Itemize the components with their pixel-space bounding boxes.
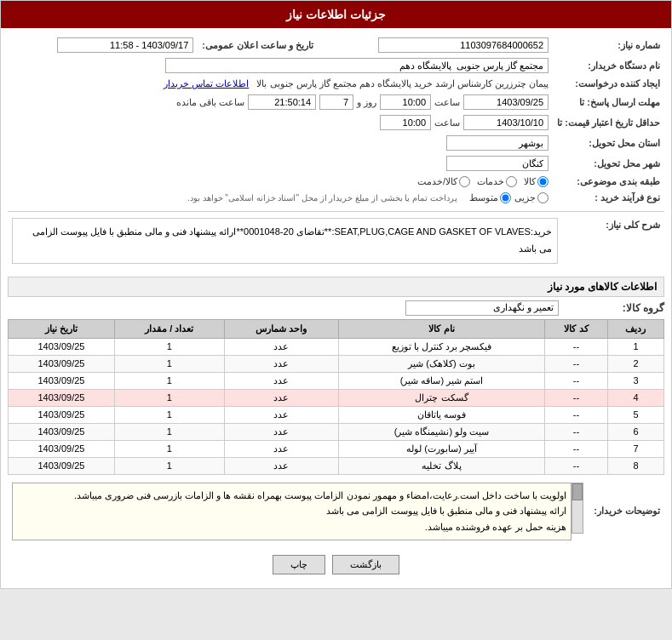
group-kala-input[interactable] xyxy=(405,300,559,316)
radio-kala[interactable] xyxy=(537,176,549,187)
table-cell: 1 xyxy=(114,423,224,440)
mohlet-date-input[interactable] xyxy=(463,94,549,110)
sharh-text: خرید:SEAT,PLUG,CAGE AND GASKET OF VLAVES… xyxy=(32,226,552,254)
saat-label: ساعت xyxy=(434,97,460,108)
ostan-label: استان محل تحویل: xyxy=(553,133,664,153)
table-cell: -- xyxy=(545,406,608,423)
table-row: 5--فوسه یاتاقانعدد11403/09/25 xyxy=(9,406,664,423)
back-button[interactable]: بازگشت xyxy=(332,555,399,574)
table-cell: 4 xyxy=(607,389,663,406)
radio-jozi-label: جزیی xyxy=(514,192,536,203)
items-section-title: اطلاعات کالاهای مورد نیاز xyxy=(8,277,664,297)
row-shomara: شماره نیاز: تاریخ و ساعت اعلان عمومی: xyxy=(8,35,664,55)
main-container: جزئیات اطلاعات نیاز شماره نیاز: تاریخ و … xyxy=(0,0,672,589)
hadaghal-time-input[interactable] xyxy=(380,115,431,130)
table-cell: عدد xyxy=(224,406,338,423)
table-row: 2--بوت (کلاهک) شیرعدد11403/09/25 xyxy=(9,355,664,372)
col-vahed: واحد شمارس xyxy=(224,319,338,338)
row-mohlet: مهلت ارسال پاسخ: تا ساعت روز و ساعت باقی… xyxy=(8,92,664,112)
table-cell: 1 xyxy=(114,406,224,423)
remain-label: ساعت باقی مانده xyxy=(176,97,244,108)
table-cell: 1 xyxy=(114,355,224,372)
noe-value: جزیی متوسط پرداخت تمام یا بخشی از مبلغ خ… xyxy=(8,190,553,206)
shomara-input[interactable] xyxy=(378,37,549,53)
radio-kala-label: کالا xyxy=(524,176,536,187)
row-shahr: شهر محل تحویل: xyxy=(8,153,664,174)
hadaghal-date-input[interactable] xyxy=(463,115,549,130)
table-cell: -- xyxy=(545,389,608,406)
radio-khadamat[interactable] xyxy=(506,176,517,187)
radio-kala-khadamat[interactable] xyxy=(459,176,470,187)
table-cell: عدد xyxy=(224,423,338,440)
scroll-thumb xyxy=(572,483,583,500)
ijad-value: پیمان چترزرین کارشناس ارشد خرید پالایشگا… xyxy=(8,76,553,92)
ijad-label: ایجاد کننده درخواست: xyxy=(553,76,664,92)
table-cell: بوت (کلاهک) شیر xyxy=(338,355,544,372)
mohlet-day-input[interactable] xyxy=(319,94,353,110)
radio-jozi-item: جزیی xyxy=(514,192,549,203)
row-ostan: استان محل تحویل: xyxy=(8,133,664,153)
row-ijad: ایجاد کننده درخواست: پیمان چترزرین کارشن… xyxy=(8,76,664,92)
shahr-input[interactable] xyxy=(446,156,549,171)
group-kala-row: گروه کالا: xyxy=(8,300,664,316)
mohlet-label: مهلت ارسال پاسخ: تا xyxy=(553,92,664,112)
notes-label: توضیحات خریدار: xyxy=(588,480,664,543)
table-cell: عدد xyxy=(224,355,338,372)
hadaghal-value: ساعت xyxy=(8,112,553,133)
table-cell: 1403/09/25 xyxy=(9,406,115,423)
col-radif: ردیف xyxy=(607,319,663,338)
table-cell: سیت ولو (نشیمنگاه شیر) xyxy=(338,423,544,440)
ijad-text: پیمان چترزرین کارشناس ارشد خرید پالایشگا… xyxy=(256,78,549,89)
print-button[interactable]: چاپ xyxy=(273,555,325,574)
info-table: شماره نیاز: تاریخ و ساعت اعلان عمومی: نا… xyxy=(8,35,664,206)
nam-dastgah-input[interactable] xyxy=(165,58,549,73)
table-cell: 1 xyxy=(114,440,224,457)
radio-khadamat-item: خدمات xyxy=(477,176,517,187)
tabaghe-value: کالا خدمات کالا/خدمت xyxy=(8,174,553,190)
table-cell: فوسه یاتاقان xyxy=(338,406,544,423)
radio-motavaset-item: متوسط xyxy=(469,192,511,203)
table-cell: پلاگ تخلیه xyxy=(338,457,544,474)
table-cell: 5 xyxy=(607,406,663,423)
notes-content: اولویت با ساخت داخل است.رعایت،امضاء و مه… xyxy=(8,480,588,543)
hadaghal-label: حداقل تاریخ اعتبار قیمت: تا xyxy=(553,112,664,133)
noe-note: پرداخت تمام یا بخشی از مبلغ خریدار از مح… xyxy=(187,193,457,203)
col-tarikh: تاریخ نیاز xyxy=(9,319,115,338)
table-cell: 7 xyxy=(607,440,663,457)
content-area: شماره نیاز: تاریخ و ساعت اعلان عمومی: نا… xyxy=(1,28,671,588)
notes-scrollbar[interactable] xyxy=(571,483,583,534)
col-tedad: تعداد / مقدار xyxy=(114,319,224,338)
table-cell: آییر (سابورت) لوله xyxy=(338,440,544,457)
radio-kala-khadamat-item: کالا/خدمت xyxy=(417,176,470,187)
ostan-input[interactable] xyxy=(446,135,549,151)
ostan-value xyxy=(8,133,553,153)
mohlet-value: ساعت روز و ساعت باقی مانده xyxy=(8,92,553,112)
radio-motavaset[interactable] xyxy=(500,192,511,203)
table-cell: 1 xyxy=(114,457,224,474)
sharh-box: خرید:SEAT,PLUG,CAGE AND GASKET OF VLAVES… xyxy=(12,218,558,264)
row-hadaghal: حداقل تاریخ اعتبار قیمت: تا ساعت xyxy=(8,112,664,133)
divider-1 xyxy=(8,211,664,212)
table-cell: 1 xyxy=(114,372,224,389)
notes-line-3: هزینه حمل بر عهده فروشنده میباشد. xyxy=(425,522,566,532)
shomara-label: شماره نیاز: xyxy=(553,35,664,55)
radio-khadamat-label: خدمات xyxy=(477,176,504,187)
table-row: 7--آییر (سابورت) لولهعدد11403/09/25 xyxy=(9,440,664,457)
radio-kala-khadamat-label: کالا/خدمت xyxy=(417,176,457,187)
table-cell: گسکت چترال xyxy=(338,389,544,406)
tabaghe-label: طبقه بندی موضوعی: xyxy=(553,174,664,190)
table-cell: عدد xyxy=(224,457,338,474)
table-cell: 1403/09/25 xyxy=(9,338,115,355)
tarikh-input[interactable] xyxy=(57,37,193,53)
ijad-link[interactable]: اطلاعات تماس خریدار xyxy=(164,78,249,89)
mohlet-remain-input[interactable] xyxy=(248,94,316,110)
row-tabaghe: طبقه بندی موضوعی: کالا خدمات xyxy=(8,174,664,190)
tarikh-value xyxy=(8,35,198,55)
mohlet-time-input[interactable] xyxy=(380,94,431,110)
radio-jozi[interactable] xyxy=(537,192,549,203)
table-cell: 1403/09/25 xyxy=(9,457,115,474)
items-table: ردیف کد کالا نام کالا واحد شمارس تعداد /… xyxy=(8,319,664,475)
group-kala-label: گروه کالا: xyxy=(562,302,664,314)
items-header-row: ردیف کد کالا نام کالا واحد شمارس تعداد /… xyxy=(9,319,664,338)
table-cell: 6 xyxy=(607,423,663,440)
